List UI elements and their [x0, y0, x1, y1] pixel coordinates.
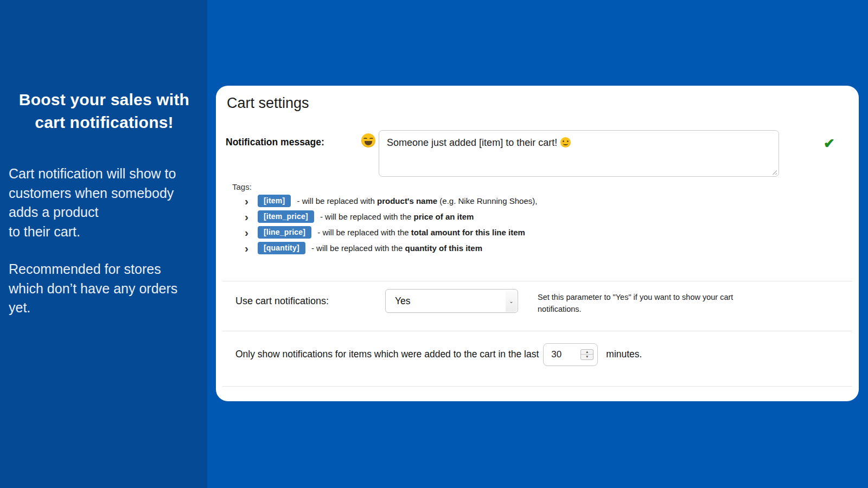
tag-description: - will be replaced with the total amount…: [315, 228, 525, 237]
tag-badge-line-price[interactable]: [line_price]: [258, 226, 311, 239]
main-panel: Cart settings Notification message: Some…: [207, 0, 868, 488]
p2-line-3: yet.: [9, 300, 30, 315]
sidebar-panel: Boost your sales withcart notifications!…: [0, 0, 207, 488]
headline-line-1: Boost your sales with: [19, 91, 189, 108]
p2-line-1: Recommended for stores: [9, 261, 161, 277]
minutes-text-after: minutes.: [606, 349, 642, 360]
sidebar-paragraph-2: Recommended for storeswhich don’t have a…: [9, 260, 200, 318]
emoji-picker-icon[interactable]: [361, 133, 375, 147]
tag-desc-prefix: - will be replaced with the: [309, 243, 405, 253]
valid-check-icon: ✔: [824, 137, 835, 150]
notification-message-row: Notification message: Someone just added…: [226, 130, 849, 177]
tag-desc-prefix: - will be replaced with the: [318, 212, 414, 221]
use-cart-notifications-help: Set this parameter to "Yes" if you want …: [538, 289, 765, 316]
notification-message-input[interactable]: Someone just added [item] to their cart!: [379, 130, 779, 177]
chevron-down-icon: ⌄: [506, 290, 517, 312]
tag-row-item-price: › [item_price] - will be replaced with t…: [245, 209, 849, 224]
use-cart-notifications-row: Use cart notifications: Yes ⌄ Set this p…: [226, 281, 849, 331]
emoji-smile: [563, 142, 568, 145]
number-spinner[interactable]: ▲ ▼: [580, 349, 593, 360]
tag-desc-bold: price of an item: [414, 212, 474, 221]
minutes-input[interactable]: [547, 349, 573, 360]
tag-desc-suffix: (e.g. Nike Running Shoes),: [437, 196, 537, 206]
tag-desc-prefix: - will be replaced with the: [315, 228, 411, 237]
minutes-row: Only show notifications for items which …: [226, 331, 849, 367]
sidebar-paragraph-1: Cart notification will show tocustomers …: [9, 164, 200, 241]
tag-desc-bold: product's name: [377, 196, 437, 206]
cart-settings-card: Cart settings Notification message: Some…: [216, 86, 859, 401]
tag-row-line-price: › [line_price] - will be replaced with t…: [245, 224, 849, 240]
headline-line-2: cart notifications!: [35, 113, 174, 131]
tag-row-quantity: › [quantity] - will be replaced with the…: [245, 240, 849, 256]
use-cart-notifications-label: Use cart notifications:: [235, 289, 385, 307]
emoji-eye-right: [369, 138, 373, 140]
chevron-right-icon: ›: [245, 195, 253, 207]
divider: [222, 386, 852, 387]
p2-line-2: which don’t have any orders: [9, 281, 177, 296]
tags-list: › [item] - will be replaced with product…: [245, 193, 849, 256]
select-value: Yes: [395, 296, 411, 307]
p1-line-3: adds a product: [9, 204, 98, 220]
spinner-down-icon[interactable]: ▼: [581, 355, 593, 359]
tag-desc-bold: quantity of this item: [405, 243, 483, 253]
chevron-right-icon: ›: [245, 211, 253, 222]
tag-badge-item-price[interactable]: [item_price]: [258, 210, 314, 223]
spinner-up-icon[interactable]: ▲: [581, 350, 593, 355]
tags-label: Tags:: [232, 182, 849, 191]
tag-badge-item[interactable]: [item]: [258, 195, 291, 207]
minutes-text-before: Only show notifications for items which …: [235, 349, 539, 360]
notification-message-text: Someone just added [item] to their cart!: [387, 137, 557, 148]
use-cart-notifications-select[interactable]: Yes ⌄: [385, 289, 518, 313]
emoji-eye-left: [363, 138, 367, 140]
chevron-right-icon: ›: [245, 227, 253, 238]
tag-desc-bold: total amount for this line item: [411, 228, 525, 237]
emoji-dot-right: [567, 140, 569, 142]
notification-message-label: Notification message:: [226, 130, 361, 148]
emoji-mouth: [365, 141, 372, 145]
tag-description: - will be replaced with the price of an …: [318, 212, 474, 221]
tag-description: - will be replaced with product's name (…: [295, 196, 537, 206]
tag-row-item: › [item] - will be replaced with product…: [245, 193, 849, 209]
tag-desc-prefix: - will be replaced with: [295, 196, 377, 206]
tag-badge-quantity[interactable]: [quantity]: [258, 242, 305, 254]
p1-line-4: to their cart.: [9, 224, 80, 239]
minutes-input-wrap: ▲ ▼: [543, 343, 598, 366]
page-title: Cart settings: [227, 94, 849, 112]
tag-description: - will be replaced with the quantity of …: [309, 243, 482, 253]
smiling-face-emoji-icon: [560, 137, 571, 147]
chevron-right-icon: ›: [245, 242, 253, 254]
p1-line-1: Cart notification will show to: [9, 166, 176, 181]
sidebar-headline: Boost your sales withcart notifications!: [9, 88, 200, 134]
p1-line-2: customers when somebody: [9, 185, 174, 201]
